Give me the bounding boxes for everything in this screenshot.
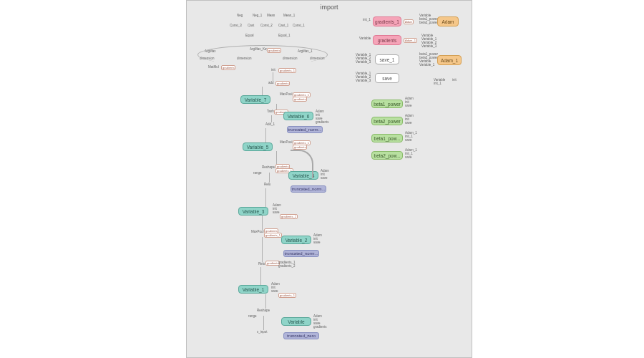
node-beta2-pow2[interactable]: beta2_pow... xyxy=(371,151,403,160)
edge xyxy=(260,267,261,285)
node-variable[interactable]: Variable xyxy=(281,317,311,326)
edge xyxy=(271,115,272,122)
tag-grad-arc: gradients xyxy=(267,48,281,53)
lbl-v1-save: save xyxy=(271,289,278,293)
tag-adam-g1: Adam xyxy=(404,19,414,24)
node-variable-2[interactable]: Variable_2 xyxy=(281,236,311,244)
edge xyxy=(262,87,263,95)
node-gradients-1[interactable]: gradients_1 xyxy=(373,16,401,26)
node-gradients[interactable]: gradients xyxy=(373,35,401,45)
tag-grad-add: gradients xyxy=(275,81,290,86)
lbl-dim-2: dimension xyxy=(237,57,252,60)
lbl-init-out2: init_1 xyxy=(434,82,441,85)
edge xyxy=(262,237,263,262)
op-equal-1[interactable]: Equal_1 xyxy=(278,34,291,37)
tag-grad-init: gradients_1 xyxy=(278,68,296,73)
edge xyxy=(276,151,277,165)
op-add-1[interactable]: Add_1 xyxy=(265,122,275,126)
lbl-grad-r2c: gradients_2 xyxy=(278,264,296,268)
node-variable-3[interactable]: Variable_3 xyxy=(238,207,268,216)
edge xyxy=(273,72,273,81)
lbl-save1-v3: Variable_3 xyxy=(356,60,371,64)
lbl-dim-3: dimension xyxy=(283,57,298,60)
lbl-dim-4: dimension xyxy=(310,57,325,60)
lbl-g1-in: init_1 xyxy=(363,18,371,21)
lbl-v4-save: save xyxy=(321,176,328,180)
op-relu-1[interactable]: Relu xyxy=(264,183,270,186)
edge xyxy=(276,104,277,110)
node-adam-1[interactable]: Adam_1 xyxy=(437,55,462,65)
op-cast-1[interactable]: Cast_1 xyxy=(278,24,288,27)
lbl-b1b-save: save xyxy=(405,138,412,142)
edge xyxy=(265,128,266,142)
tag-grad-mp1b: gradients xyxy=(293,97,307,102)
op-maxpool-1[interactable]: MaxPool xyxy=(280,92,293,96)
op-relu-2[interactable]: Relu xyxy=(258,262,265,266)
node-beta1-power[interactable]: beta1_power xyxy=(371,100,403,108)
op-matmul[interactable]: MatMul xyxy=(208,65,219,69)
lbl-dim-1: dimension xyxy=(200,57,215,60)
op-const-3[interactable]: Const_3 xyxy=(230,24,242,27)
op-add[interactable]: add xyxy=(268,81,274,84)
op-cast[interactable]: Cast xyxy=(248,24,254,27)
op-equal[interactable]: Equal xyxy=(245,34,254,37)
edge-arc-top xyxy=(197,45,328,64)
lbl-b2-save: save xyxy=(405,121,412,125)
op-neg-1[interactable]: Neg_1 xyxy=(253,14,262,17)
lbl-b1-save: save xyxy=(405,104,412,107)
op-reshape-2[interactable]: Reshape xyxy=(257,309,270,312)
node-variable-1[interactable]: Variable_1 xyxy=(238,285,268,294)
op-tanh[interactable]: Tanh xyxy=(267,110,274,113)
lbl-b2b-save: save xyxy=(405,155,412,159)
node-save[interactable]: save xyxy=(375,73,399,83)
edge xyxy=(265,188,266,207)
op-x-input[interactable]: x_input xyxy=(257,330,268,334)
lbl-grad-in: Variable xyxy=(359,37,371,40)
lbl-init-node: init xyxy=(452,78,457,82)
tag-grad-v3: gradients_2 xyxy=(280,214,298,219)
node-save-1[interactable]: save_1 xyxy=(375,54,399,64)
node-trunc-zero[interactable]: truncated_zero xyxy=(283,332,319,339)
op-maxpool-3[interactable]: MaxPool xyxy=(251,230,264,233)
node-variable-6[interactable]: Variable_6 xyxy=(283,112,313,120)
tag-grad-mm: gradients xyxy=(221,65,235,70)
node-trunc-norm-mid[interactable]: truncated_norm... xyxy=(291,185,326,193)
node-trunc-norm-1[interactable]: truncated_norm... xyxy=(287,126,323,133)
node-variable-7[interactable]: Variable_7 xyxy=(240,95,270,104)
lbl-g-out-v3: Variable_3 xyxy=(421,44,436,48)
lbl-v3-save: save xyxy=(273,211,280,214)
lbl-v6-grad: gradients xyxy=(316,120,329,124)
lbl-v0-grad: gradients xyxy=(313,325,327,329)
lbl-range-1: range xyxy=(253,171,262,175)
edge xyxy=(265,294,266,309)
lbl-range-2: range xyxy=(248,314,257,318)
edge xyxy=(262,216,263,230)
tag-grad-mp3b: gradients_1 xyxy=(264,233,282,238)
tag-grad-v1: gradients_1 xyxy=(278,293,296,298)
op-init[interactable]: init xyxy=(271,68,275,72)
node-beta1-pow2[interactable]: beta1_pow... xyxy=(371,134,403,142)
node-adam[interactable]: Adam xyxy=(437,16,459,26)
op-maxpool-2[interactable]: MaxPool xyxy=(280,140,293,144)
op-mean-1[interactable]: Mean_1 xyxy=(283,14,295,17)
edge-thick-curve xyxy=(291,150,313,178)
tag-adam-g2: Adam_1 xyxy=(404,38,417,43)
op-neg[interactable]: Neg xyxy=(237,14,243,17)
lbl-adam-b2: beta2_power xyxy=(419,21,438,24)
lbl-adam1-v1: Variable_1 xyxy=(419,63,434,67)
op-reshape-1[interactable]: Reshape xyxy=(262,165,275,169)
lbl-v2-save: save xyxy=(313,241,321,244)
node-beta2-power[interactable]: beta2_power xyxy=(371,117,403,125)
graph-canvas[interactable]: import Neg Neg_1 Mean Mean_1 Const_3 Cas… xyxy=(186,0,472,358)
edge xyxy=(263,316,264,330)
edge xyxy=(269,173,270,183)
node-trunc-norm-2[interactable]: truncated_norm... xyxy=(283,250,319,257)
node-variable-5[interactable]: Variable_5 xyxy=(243,142,273,151)
lbl-save-v3: Variable_3 xyxy=(356,79,371,82)
graph-title: import xyxy=(320,4,338,11)
op-const-1[interactable]: Const_1 xyxy=(293,24,305,27)
op-const-2[interactable]: Const_2 xyxy=(260,24,273,27)
op-mean[interactable]: Mean xyxy=(267,14,275,17)
tag-grad-mp2b: gradients xyxy=(293,145,307,150)
